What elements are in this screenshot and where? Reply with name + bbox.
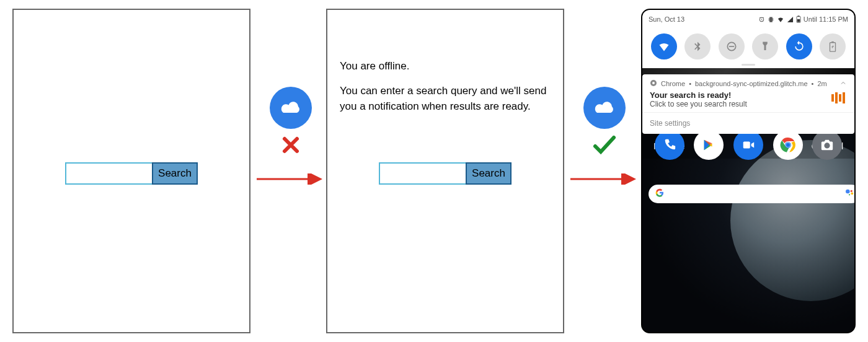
chevron-up-icon[interactable] (839, 79, 847, 88)
dock-chrome-app[interactable] (773, 134, 803, 160)
notification-app-icon (831, 92, 847, 107)
search-input[interactable] (65, 162, 152, 185)
svg-rect-3 (797, 15, 799, 17)
qs-tile-wifi[interactable] (651, 33, 677, 59)
offline-heading: You are offline. (340, 58, 551, 74)
svg-rect-4 (797, 19, 800, 22)
svg-rect-13 (839, 94, 841, 102)
qs-expand-handle[interactable] (742, 64, 755, 66)
offline-message-block: You are offline. You can enter a search … (340, 58, 551, 123)
vibrate-icon (768, 16, 774, 23)
cloud-icon (583, 87, 626, 129)
dock-phone-app[interactable] (655, 134, 684, 160)
status-until-text: Until 11:15 PM (804, 15, 848, 23)
qs-tile-battery-saver[interactable] (820, 33, 846, 59)
search-row: Search (379, 162, 512, 185)
home-search-bar[interactable] (649, 185, 854, 203)
svg-point-20 (846, 190, 850, 194)
dock-duo-app[interactable] (733, 134, 763, 160)
qs-tile-dnd[interactable] (719, 33, 745, 59)
svg-rect-8 (831, 42, 834, 43)
notification-timestamp: 2m (817, 80, 826, 87)
dock-camera-app[interactable] (812, 134, 842, 160)
svg-rect-15 (743, 142, 750, 149)
wifi-icon (777, 16, 784, 23)
svg-rect-12 (835, 92, 838, 103)
svg-point-23 (849, 194, 850, 195)
battery-icon (796, 15, 801, 23)
svg-rect-14 (843, 92, 845, 103)
notification-source: background-sync-optimized.glitch.me (695, 80, 808, 87)
qs-tile-bluetooth[interactable] (684, 33, 711, 59)
chrome-icon (650, 79, 657, 88)
signal-icon (787, 16, 794, 23)
google-g-icon (655, 188, 665, 200)
status-icons: Until 11:15 PM (758, 15, 848, 23)
alarm-icon (758, 16, 765, 23)
panel-online-search: Search (12, 9, 250, 333)
earth-wallpaper-glow (730, 140, 854, 301)
svg-point-10 (652, 82, 655, 84)
offline-description: You can enter a search query and we'll s… (340, 83, 551, 115)
notification-title: Your search is ready! (650, 90, 747, 100)
notification-site-settings[interactable]: Site settings (642, 112, 854, 134)
svg-rect-6 (729, 46, 734, 47)
search-row: Search (65, 162, 198, 185)
wallpaper-peek (642, 68, 854, 74)
quick-settings-panel (642, 28, 854, 68)
qs-tile-flashlight[interactable] (752, 33, 778, 59)
dock-play-store-app[interactable] (694, 134, 724, 160)
status-date: Sun, Oct 13 (649, 15, 684, 23)
app-dock (642, 134, 854, 160)
x-mark-icon (280, 134, 302, 156)
arrow-icon (257, 173, 325, 187)
notification-description: Click to see you search result (650, 100, 747, 108)
check-mark-icon (592, 134, 617, 156)
transition-arrow-1 (257, 87, 325, 187)
transition-arrow-2 (570, 87, 639, 187)
notification-header: Chrome • background-sync-optimized.glitc… (642, 74, 854, 88)
cloud-icon (270, 87, 312, 129)
assistant-icon[interactable] (844, 188, 854, 200)
panel-offline-search: You are offline. You can enter a search … (326, 9, 564, 333)
search-button[interactable]: Search (152, 162, 198, 185)
search-button[interactable]: Search (466, 162, 512, 185)
svg-point-21 (851, 190, 852, 192)
search-input[interactable] (379, 162, 466, 185)
status-bar: Sun, Oct 13 Until 11:15 PM (642, 10, 854, 28)
notification-app-name: Chrome (661, 80, 685, 87)
arrow-icon (570, 173, 639, 187)
home-wallpaper: Manage Clear all (642, 134, 854, 332)
svg-rect-11 (831, 94, 834, 102)
svg-point-22 (851, 192, 853, 195)
phone-frame: Sun, Oct 13 Until 11:15 PM (641, 9, 856, 333)
svg-point-19 (786, 143, 790, 147)
notification-card[interactable]: Chrome • background-sync-optimized.glitc… (642, 74, 854, 134)
qs-tile-rotate[interactable] (786, 33, 812, 59)
